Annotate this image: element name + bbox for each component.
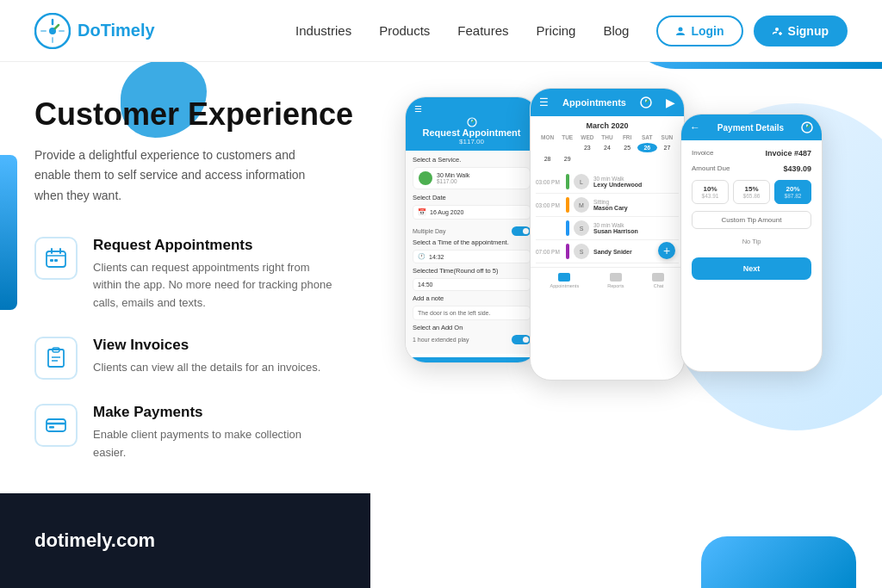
phone2-calendar: March 2020 MON TUE WED THU FRI SAT SUN -… xyxy=(531,116,684,170)
cal-day-29[interactable]: 29 xyxy=(557,154,577,164)
phone3-header-title: Payment Details xyxy=(717,123,784,133)
appt-color-1 xyxy=(566,174,569,189)
page-wrapper: DoTimely Industries Products Features Pr… xyxy=(0,0,882,588)
phone2-menu-icon: ☰ xyxy=(539,96,549,108)
bottom-nav-appointments[interactable]: Appointments xyxy=(550,273,580,288)
feature-make-payments: Make Payments Enable client payments to … xyxy=(34,404,396,462)
appt-service-3: 30 min Walk xyxy=(593,222,679,228)
day-header-wed: WED xyxy=(577,134,597,140)
page-description: Provide a delightful experience to custo… xyxy=(34,145,310,205)
phone1-addon: Select an Add On 1 hour extended play xyxy=(413,324,531,344)
addon-toggle[interactable] xyxy=(512,335,531,344)
phone3-header: ← Payment Details xyxy=(681,115,822,140)
cal-day-empty1: - xyxy=(537,143,557,152)
phone2-fab-button[interactable]: + xyxy=(658,242,675,259)
feature-desc-payments: Enable client payments to make collectio… xyxy=(93,426,334,462)
tip-20-amount: $87.82 xyxy=(779,193,807,199)
service-price: $117.00 xyxy=(437,178,469,184)
addon-value: 1 hour extended play xyxy=(413,337,469,343)
svg-point-2 xyxy=(50,28,55,34)
appointments-nav-icon xyxy=(558,273,570,282)
appt-service-1: 30 min Walk xyxy=(593,176,679,182)
invoice-row: Invoice Invoice #487 xyxy=(692,149,811,158)
custom-tip-label: Custom Tip Amount xyxy=(722,216,782,224)
logo-icon xyxy=(34,13,71,49)
back-arrow-icon[interactable]: ← xyxy=(690,121,700,133)
appt-time-2: 03:00 PM xyxy=(536,202,562,208)
cal-day-23[interactable]: 23 xyxy=(577,143,597,152)
selected-time-input: 14:50 xyxy=(413,278,531,291)
phone1-cta-button[interactable]: Request Appointment xyxy=(405,357,538,363)
chat-nav-icon xyxy=(652,273,664,282)
logo-text: DoTimely xyxy=(78,21,155,40)
nav-link-pricing[interactable]: Pricing xyxy=(537,23,576,38)
appt-info-1: 30 min Walk Lexy Underwood xyxy=(593,176,679,188)
selected-time-label: Selected Time(Round off to 5) xyxy=(413,267,531,275)
feature-title-invoices: View Invoices xyxy=(93,337,320,354)
amount-due-label: Amount Due xyxy=(692,164,730,173)
phone2-logo-icon xyxy=(640,96,652,108)
feature-content-payments: Make Payments Enable client payments to … xyxy=(93,404,334,462)
phone2-bottom-nav: Appointments Reports Chat xyxy=(531,267,684,294)
calendar-icon xyxy=(45,247,67,269)
tip-10-percent-label: 10% xyxy=(696,185,724,193)
logo[interactable]: DoTimely xyxy=(34,13,155,49)
tip-15-percent[interactable]: 15% $65.86 xyxy=(733,180,770,204)
credit-card-icon xyxy=(45,414,67,436)
phone1-body: Select a Service. 30 Min Walk $117.00 Se… xyxy=(406,151,537,354)
appt-name-3: Susan Harrison xyxy=(593,228,679,234)
select-date-label: Select Date xyxy=(413,194,531,201)
multiple-day-label: Multiple Day xyxy=(413,228,446,234)
signup-button[interactable]: Signup xyxy=(754,15,848,46)
appt-color-4 xyxy=(566,244,569,259)
selected-time-value: 14:50 xyxy=(418,282,433,288)
appt-color-3 xyxy=(566,220,569,236)
phone2-nav-arrow[interactable]: ▶ xyxy=(666,96,675,109)
appt-avatar-1: L xyxy=(574,174,589,189)
svg-rect-11 xyxy=(50,259,53,262)
cal-day-25[interactable]: 25 xyxy=(618,143,637,152)
tip-10-percent[interactable]: 10% $43.91 xyxy=(692,180,729,204)
page-title: Customer Experience xyxy=(34,96,396,132)
cal-day-empty2: - xyxy=(557,143,577,152)
select-service-label: Select a Service. xyxy=(413,156,531,164)
tip-20-percent-label: 20% xyxy=(779,185,807,193)
date-icon: 📅 xyxy=(418,208,426,216)
no-tip-option[interactable]: No Tip xyxy=(692,234,811,249)
cal-day-26-today[interactable]: 26 xyxy=(637,143,657,152)
pay-button[interactable]: Next xyxy=(692,257,811,280)
reports-nav-icon xyxy=(610,273,622,282)
bottom-nav-reports[interactable]: Reports xyxy=(607,273,624,288)
feature-icon-box-invoices xyxy=(34,337,78,380)
tip-10-amount: $43.91 xyxy=(696,193,724,199)
cal-day-27[interactable]: 27 xyxy=(657,143,677,152)
multiple-day-toggle[interactable] xyxy=(512,226,531,236)
cal-day-28[interactable]: 28 xyxy=(537,154,557,164)
add-note-label: Add a note xyxy=(413,294,531,302)
signup-icon xyxy=(773,26,783,36)
appt-color-2 xyxy=(566,197,569,213)
svg-rect-19 xyxy=(49,426,54,429)
phone1-title: Request Appointment xyxy=(414,127,529,138)
amount-due-row: Amount Due $439.09 xyxy=(692,164,811,173)
feature-desc-invoices: Clients can view all the details for an … xyxy=(93,359,320,377)
phone-mockup-payment: ← Payment Details Invoice Invoice #487 A… xyxy=(680,114,823,372)
appt-time-4: 07:00 PM xyxy=(536,249,562,255)
phone2-header: ☰ Appointments ▶ xyxy=(531,89,684,116)
cal-day-24[interactable]: 24 xyxy=(597,143,617,152)
tip-20-percent[interactable]: 20% $87.82 xyxy=(774,180,811,204)
custom-tip-input[interactable]: Custom Tip Amount xyxy=(692,211,811,229)
addon-label: Select an Add On xyxy=(413,324,531,331)
nav-link-blog[interactable]: Blog xyxy=(603,23,629,38)
bottom-nav-chat[interactable]: Chat xyxy=(652,273,664,288)
note-value: The door is on the left side. xyxy=(418,310,490,316)
nav-link-industries[interactable]: Industries xyxy=(295,23,351,38)
appt-avatar-2: M xyxy=(574,197,589,213)
service-name: 30 Min Walk xyxy=(437,172,469,178)
nav-link-features[interactable]: Features xyxy=(457,23,508,38)
nav-link-products[interactable]: Products xyxy=(379,23,430,38)
appt-time-1: 03:00 PM xyxy=(536,179,562,185)
note-input[interactable]: The door is on the left side. xyxy=(413,306,531,320)
invoice-number: Invoice #487 xyxy=(765,149,811,158)
login-button[interactable]: Login xyxy=(656,15,742,46)
